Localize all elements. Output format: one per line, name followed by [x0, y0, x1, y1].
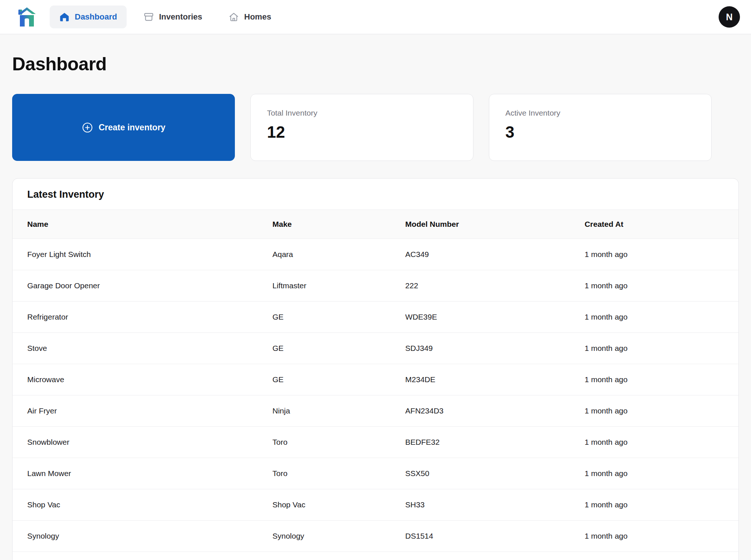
table-cell-make: Aqara: [272, 239, 405, 270]
table-row: Air FryerNinjaAFN234D31 month ago: [13, 395, 738, 427]
table-cell-make: GE: [272, 302, 405, 333]
table-row: SnowblowerToroBEDFE321 month ago: [13, 427, 738, 458]
table-cell-make: Toro: [272, 427, 405, 458]
dashboard-page: Dashboard Create inventory Total Invento…: [0, 53, 751, 560]
nav-item-label: Homes: [244, 12, 271, 22]
table-cell-make: Ninja: [272, 395, 405, 427]
nav-item-homes[interactable]: Homes: [219, 6, 281, 28]
table-cell-created-at: 1 month ago: [585, 302, 738, 333]
table-row: Lawn MowerToroSSX501 month ago: [13, 458, 738, 489]
latest-inventory-title: Latest Inventory: [13, 179, 738, 209]
table-cell-created-at: 1 month ago: [585, 521, 738, 552]
table-cell-model-number: AC349: [405, 239, 585, 270]
nav-item-inventories[interactable]: Inventories: [134, 6, 212, 28]
table-row: RefrigeratorGEWDE39E1 month ago: [13, 302, 738, 333]
table-cell-make: GE: [272, 333, 405, 364]
table-cell-created-at: 1 month ago: [585, 270, 738, 302]
column-header-model-number: Model Number: [405, 210, 585, 239]
table-cell-make: Toro: [272, 458, 405, 489]
user-avatar[interactable]: N: [719, 6, 740, 28]
table-cell-model-number: SDJ349: [405, 333, 585, 364]
page-title: Dashboard: [12, 53, 739, 75]
table-cell-name: Stove: [13, 333, 272, 364]
table-cell-name: Shop Vac: [13, 489, 272, 521]
table-cell-created-at: 1 month ago: [585, 395, 738, 427]
table-cell-name: Foyer Light Switch: [13, 239, 272, 270]
table-cell-created-at: 1 month ago: [585, 427, 738, 458]
create-inventory-button[interactable]: Create inventory: [12, 94, 235, 161]
table-cell-make: Liftmaster: [272, 270, 405, 302]
table-cell-created-at: 1 month ago: [585, 333, 738, 364]
table-cell-name: Microwave: [13, 364, 272, 395]
stat-label: Total Inventory: [267, 108, 456, 118]
table-cell-make: Synology: [272, 521, 405, 552]
table-cell-created-at: 1 month ago: [585, 364, 738, 395]
table-cell-model-number: BEDFE32: [405, 427, 585, 458]
column-header-created-at: Created At: [585, 210, 738, 239]
table-cell-model-number: DS1514: [405, 521, 585, 552]
table-cell-name: Synology: [13, 521, 272, 552]
column-header-name: Name: [13, 210, 272, 239]
table-cell-name: Air Fryer: [13, 395, 272, 427]
table-cell-created-at: 1 month ago: [585, 489, 738, 521]
circle-plus-icon: [82, 122, 93, 133]
table-row: Garage Door OpenerLiftmaster2221 month a…: [13, 270, 738, 302]
table-row: MicrowaveGEM234DE1 month ago: [13, 364, 738, 395]
table-cell-created-at: 1 month ago: [585, 239, 738, 270]
table-cell-name: Garage Door Opener: [13, 270, 272, 302]
dashboard-home-icon: [59, 12, 70, 22]
homes-house-icon: [229, 12, 239, 22]
table-cell-name: Refrigerator: [13, 302, 272, 333]
table-cell-model-number: SH33: [405, 489, 585, 521]
stat-value: 12: [267, 123, 456, 141]
nav-item-label: Dashboard: [75, 12, 117, 22]
table-header-row: Name Make Model Number Created At: [13, 210, 738, 239]
table-cell-make: Shop Vac: [272, 489, 405, 521]
table-cell-model-number: WDE39E: [405, 302, 585, 333]
table-cell-model-number: M234DE: [405, 364, 585, 395]
nav-item-label: Inventories: [159, 12, 202, 22]
table-cell-model-number: 222: [405, 270, 585, 302]
stat-label: Active Inventory: [505, 108, 695, 118]
table-cell-make: GE: [272, 364, 405, 395]
table-cell-model-number: SSX50: [405, 458, 585, 489]
column-header-make: Make: [272, 210, 405, 239]
table-cell-name: Lawn Mower: [13, 458, 272, 489]
stat-value: 3: [505, 123, 695, 141]
avatar-initial: N: [726, 12, 733, 22]
inventory-table-body: Foyer Light SwitchAqaraAC3491 month agoG…: [13, 239, 738, 552]
create-inventory-label: Create inventory: [99, 123, 166, 133]
inventory-box-icon: [144, 12, 154, 22]
table-row: StoveGESDJ3491 month ago: [13, 333, 738, 364]
table-row: SynologySynologyDS15141 month ago: [13, 521, 738, 552]
main-nav: Dashboard Inventories Homes: [50, 6, 719, 28]
table-cell-created-at: 1 month ago: [585, 458, 738, 489]
table-row: Shop VacShop VacSH331 month ago: [13, 489, 738, 521]
table-row: Foyer Light SwitchAqaraAC3491 month ago: [13, 239, 738, 270]
latest-inventory-card: Latest Inventory Name Make Model Number …: [12, 178, 739, 560]
app-logo-icon: [17, 7, 36, 27]
active-inventory-card: Active Inventory 3: [489, 94, 712, 161]
nav-item-dashboard[interactable]: Dashboard: [50, 6, 127, 28]
latest-inventory-table: Name Make Model Number Created At Foyer …: [13, 209, 738, 552]
summary-cards-row: Create inventory Total Inventory 12 Acti…: [12, 94, 712, 161]
top-nav: Dashboard Inventories Homes N: [0, 0, 751, 34]
total-inventory-card: Total Inventory 12: [250, 94, 473, 161]
table-cell-name: Snowblower: [13, 427, 272, 458]
table-cell-model-number: AFN234D3: [405, 395, 585, 427]
